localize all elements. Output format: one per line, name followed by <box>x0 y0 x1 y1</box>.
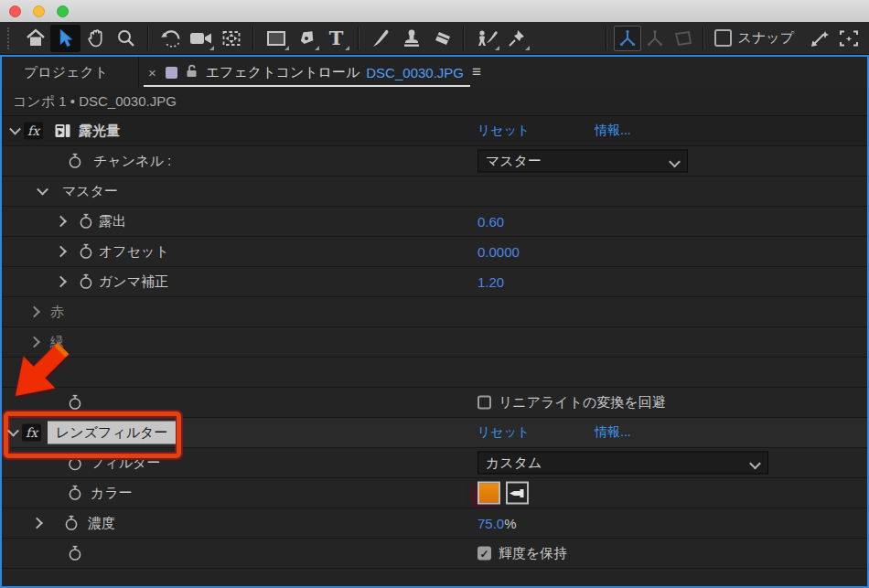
param-value[interactable]: 1.20 <box>477 274 504 290</box>
zoom-tool-button[interactable] <box>111 25 141 52</box>
channel-dropdown[interactable]: マスター <box>477 150 688 173</box>
hand-tool-button[interactable] <box>80 25 111 52</box>
fx-badge[interactable]: fx <box>24 123 43 140</box>
shrink-panel-button[interactable] <box>803 25 833 52</box>
param-value[interactable]: 0.0000 <box>477 244 520 260</box>
property-row-filter: フィルター カスタム <box>2 448 867 478</box>
camera-tool-button[interactable] <box>186 25 216 52</box>
collapse-chevron-icon[interactable] <box>37 184 48 196</box>
eyedropper-button[interactable] <box>506 482 529 505</box>
toolbar-grip <box>7 27 13 49</box>
toolbar-separator <box>463 27 465 50</box>
filter-label: フィルター <box>91 454 160 472</box>
breadcrumb-text: コンポ 1 • DSC_0030.JPG <box>13 93 177 111</box>
color-swatch[interactable] <box>477 482 500 505</box>
stopwatch-icon[interactable] <box>79 213 93 230</box>
magnifier-icon <box>116 28 136 48</box>
brush-tool-button[interactable] <box>366 25 396 52</box>
eraser-tool-button[interactable] <box>426 25 456 52</box>
close-tab-icon[interactable]: × <box>148 65 156 80</box>
puppet-pin-tool-button[interactable] <box>501 25 531 52</box>
group-label: マスター <box>62 183 118 200</box>
filter-dropdown[interactable]: カスタム <box>477 452 768 475</box>
world-axis-icon <box>645 29 665 48</box>
local-axis-mode-button[interactable] <box>614 26 641 51</box>
param-value[interactable]: 0.60 <box>477 214 504 230</box>
effect-rows: fx 露光量 リセット 情報... チ <box>2 116 867 569</box>
expand-chevron-icon[interactable] <box>55 216 67 228</box>
effect-controls-tab-title: エフェクトコントロール <box>206 64 360 81</box>
expand-chevron-icon[interactable] <box>55 246 67 258</box>
zoom-window-button[interactable] <box>57 5 69 17</box>
preserve-luminosity-label: 輝度を保持 <box>499 545 567 562</box>
color-label: カラー <box>91 485 133 502</box>
group-row-red[interactable]: 赤 <box>2 297 867 327</box>
diagonal-arrow-icon <box>808 28 830 48</box>
info-link[interactable]: 情報... <box>595 424 631 441</box>
bypass-linear-light-checkbox[interactable] <box>477 396 491 410</box>
world-axis-mode-button[interactable] <box>641 26 669 51</box>
stopwatch-icon[interactable] <box>68 153 82 169</box>
fx-badge[interactable]: fx <box>22 424 41 442</box>
rectangle-icon <box>266 29 286 48</box>
snap-toggle[interactable]: スナップ <box>714 29 794 47</box>
expand-chevron-icon[interactable] <box>28 306 40 318</box>
stopwatch-icon[interactable] <box>68 454 82 471</box>
property-row-color: カラー <box>2 478 867 508</box>
snap-checkbox[interactable] <box>714 29 732 47</box>
tab-project[interactable]: プロジェクト <box>2 57 139 88</box>
pan-behind-tool-button[interactable] <box>216 25 246 52</box>
check-icon: ✓ <box>479 548 488 559</box>
effect-header-exposure[interactable]: fx 露光量 リセット 情報... <box>2 116 867 146</box>
collapse-chevron-icon[interactable] <box>7 425 19 437</box>
stopwatch-icon[interactable] <box>68 485 82 501</box>
info-link[interactable]: 情報... <box>595 123 631 139</box>
stopwatch-icon[interactable] <box>79 243 93 260</box>
text-tool-button[interactable]: T <box>321 25 351 52</box>
stopwatch-icon[interactable] <box>79 273 93 290</box>
project-tab-label: プロジェクト <box>24 64 108 81</box>
close-window-button[interactable] <box>9 5 21 17</box>
bypass-linear-light-label: リニアライトの変換を回避 <box>499 394 666 412</box>
reset-link[interactable]: リセット <box>477 123 530 139</box>
minimize-window-button[interactable] <box>33 5 45 17</box>
collapse-chevron-icon[interactable] <box>9 123 21 135</box>
toolbar-separator <box>606 27 607 50</box>
pen-tool-button[interactable] <box>291 25 321 52</box>
panel-menu-icon[interactable]: ≡ <box>472 68 481 77</box>
center-frame-button[interactable] <box>833 25 864 52</box>
rotate-tool-button[interactable] <box>156 25 186 52</box>
group-row-master[interactable]: マスター <box>2 176 867 207</box>
density-value[interactable]: 75.0 <box>477 516 504 531</box>
stopwatch-icon[interactable] <box>68 394 82 411</box>
group-row-green[interactable]: 緑 <box>2 327 867 358</box>
effect-name-field[interactable]: レンズフィルター <box>48 422 176 444</box>
expand-chevron-icon[interactable] <box>55 276 67 288</box>
group-row-blue[interactable] <box>2 358 867 388</box>
stopwatch-icon[interactable] <box>68 545 82 561</box>
param-label: 露出 <box>99 213 126 230</box>
unlock-icon[interactable] <box>186 64 198 81</box>
clone-stamp-tool-button[interactable] <box>396 25 426 52</box>
rectangle-tool-button[interactable] <box>261 25 291 52</box>
tab-effect-controls[interactable]: × エフェクトコントロール DSC_0030.JPG ≡ <box>139 57 481 88</box>
local-axis-icon <box>617 29 638 48</box>
window-titlebar <box>0 0 869 22</box>
density-value-wrap[interactable]: 75.0% <box>477 516 517 531</box>
preserve-luminosity-checkbox[interactable]: ✓ <box>477 547 491 561</box>
effect-type-icon <box>55 124 70 138</box>
home-tool-button[interactable] <box>20 25 50 52</box>
roto-brush-tool-button[interactable] <box>471 25 501 52</box>
effect-name[interactable]: 露光量 <box>79 123 120 140</box>
toolbar-separator <box>252 27 254 50</box>
expand-chevron-icon[interactable] <box>31 518 43 529</box>
stopwatch-icon[interactable] <box>64 515 79 531</box>
effect-header-lens-filter[interactable]: fx レンズフィルター リセット 情報... <box>2 418 867 448</box>
panel-color-swatch-icon <box>166 67 177 79</box>
panel-tabbar: プロジェクト × エフェクトコントロール DSC_0030.JPG ≡ <box>2 57 867 88</box>
view-axis-mode-button[interactable] <box>669 26 696 51</box>
property-row-bypass-linear-light: リニアライトの変換を回避 <box>2 388 867 418</box>
reset-link[interactable]: リセット <box>477 424 530 441</box>
selection-tool-button[interactable] <box>50 25 80 52</box>
snap-label: スナップ <box>738 29 794 47</box>
